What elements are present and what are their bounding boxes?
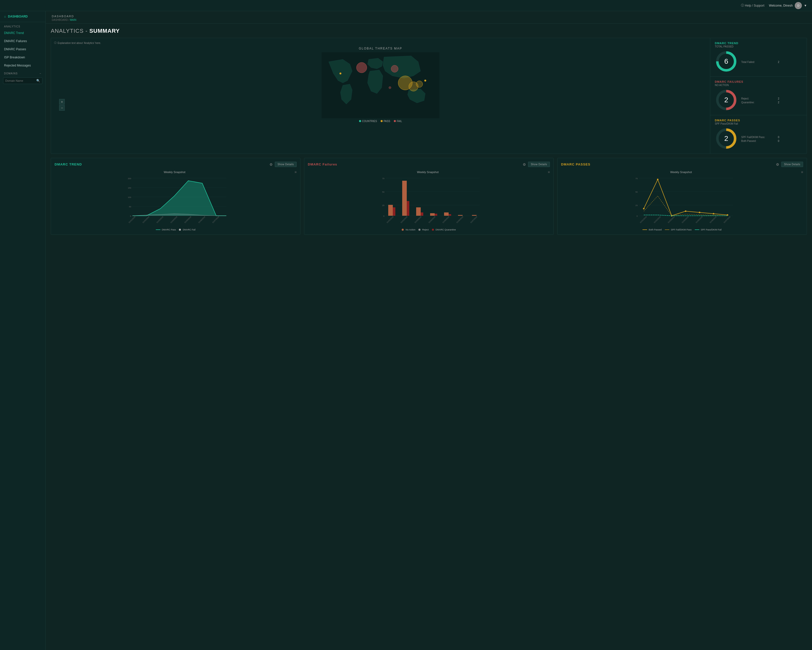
dmarc-trend-stat: DMARC TREND TOTAL PASSED 6 <box>710 38 807 76</box>
dmarc-trend-sublabel: TOTAL PASSED <box>715 45 802 48</box>
svg-rect-51 <box>421 213 423 216</box>
dmarc-failures-gear-icon[interactable]: ⚙ <box>523 162 526 167</box>
map-info: ⓘ Explanation text about 'Analytics' her… <box>54 41 707 45</box>
svg-text:150: 150 <box>128 187 131 189</box>
dmarc-passes-show-details-button[interactable]: Show Details <box>781 162 803 167</box>
svg-point-2 <box>391 65 398 72</box>
dmarc-failures-weekly-header: Weekly Snapshot ≡ <box>308 170 550 174</box>
dmarc-passes-stat: DMARC PASSES SPF Pass/DKIM Fail 2 <box>710 115 807 154</box>
svg-point-72 <box>685 210 686 212</box>
svg-rect-46 <box>444 213 449 216</box>
page-header: DASHBOARD DASHBOARD / MAIN <box>46 11 812 24</box>
analytics-summary-card: ⓘ Explanation text about 'Analytics' her… <box>51 38 807 154</box>
sidebar-item-isp-breakdown[interactable]: ISP Breakdown <box>0 53 46 61</box>
svg-point-1 <box>357 63 367 73</box>
home-icon: ⌂ <box>4 15 6 18</box>
svg-text:01/04/2019: 01/04/2019 <box>170 216 178 223</box>
svg-point-6 <box>339 73 341 74</box>
help-support-link[interactable]: ⓘ Help / Support <box>741 3 765 8</box>
svg-text:01/06/2019: 01/06/2019 <box>456 216 464 223</box>
svg-rect-50 <box>407 201 409 216</box>
dmarc-passes-chart-header: DMARC PASSES ⚙ Show Details <box>561 162 803 167</box>
chevron-down-icon: ▼ <box>804 4 807 8</box>
dmarc-failures-chart-legend: No Action Reject DMARC Quarantine <box>308 228 550 231</box>
svg-rect-47 <box>458 215 462 216</box>
dmarc-failures-menu-icon[interactable]: ≡ <box>548 170 550 174</box>
svg-text:01/02/2019: 01/02/2019 <box>142 216 150 223</box>
domain-search[interactable]: 🔍 <box>3 77 43 84</box>
dmarc-trend-chart-header: DMARC TREND ⚙ Show Details <box>55 162 297 167</box>
svg-text:01/02/2019: 01/02/2019 <box>653 216 661 223</box>
dmarc-passes-chart-title: DMARC PASSES <box>561 162 591 166</box>
svg-text:01/01/2019: 01/01/2019 <box>386 216 394 223</box>
dmarc-failures-label: DMARC FAILURES <box>715 80 802 83</box>
svg-point-74 <box>713 213 714 214</box>
domain-search-input[interactable] <box>5 79 36 82</box>
svg-point-7 <box>424 80 426 81</box>
dmarc-passes-chart-body: 75 50 25 0 <box>561 176 803 226</box>
dmarc-passes-weekly-header: Weekly Snapshot ≡ <box>561 170 803 174</box>
svg-text:200: 200 <box>128 177 131 180</box>
sidebar-item-dmarc-failures[interactable]: DMARC Failures <box>0 37 46 45</box>
dmarc-passes-sublabel: SPF Pass/DKIM Fail <box>715 122 802 125</box>
svg-text:01/03/2019: 01/03/2019 <box>667 216 675 223</box>
svg-text:01/04/2019: 01/04/2019 <box>428 216 436 223</box>
svg-text:01/07/2019: 01/07/2019 <box>212 216 220 223</box>
svg-text:75: 75 <box>382 177 385 180</box>
header-title: DASHBOARD <box>52 15 806 18</box>
map-zoom-controls: + − <box>59 99 65 111</box>
svg-point-73 <box>699 212 701 213</box>
svg-text:25: 25 <box>382 204 385 206</box>
dmarc-trend-chart-card: DMARC TREND ⚙ Show Details Weekly Snapsh… <box>51 158 301 235</box>
dmarc-trend-gear-icon[interactable]: ⚙ <box>270 162 273 167</box>
avatar: D <box>795 2 802 9</box>
svg-text:01/07/2019: 01/07/2019 <box>723 216 731 223</box>
help-icon: ⓘ <box>741 3 744 8</box>
svg-text:100: 100 <box>128 196 131 199</box>
map-container: + − <box>54 52 707 118</box>
zoom-out-button[interactable]: − <box>59 105 65 111</box>
user-menu[interactable]: Welcome, Dinesh D ▼ <box>769 2 807 9</box>
svg-text:01/03/2019: 01/03/2019 <box>414 216 422 223</box>
dmarc-trend-weekly-header: Weekly Snapshot ≡ <box>55 170 297 174</box>
dmarc-failures-chart-body: 75 50 25 0 <box>308 176 550 226</box>
svg-text:0: 0 <box>383 215 385 217</box>
dmarc-failures-value: 2 <box>724 96 728 104</box>
svg-text:01/03/2019: 01/03/2019 <box>156 216 164 223</box>
dmarc-failures-chart-card: DMARC Failures ⚙ Show Details Weekly Sna… <box>304 158 554 235</box>
dmarc-passes-donut: 2 <box>715 127 738 150</box>
dmarc-failures-details: Reject:2 Quarantine:2 <box>741 96 779 104</box>
breadcrumb: DASHBOARD / MAIN <box>52 18 806 21</box>
dmarc-passes-menu-icon[interactable]: ≡ <box>801 170 803 174</box>
sidebar-item-dmarc-passes[interactable]: DMARC Passes <box>0 45 46 53</box>
svg-text:50: 50 <box>382 191 385 193</box>
dmarc-failures-sublabel: NO ACTION <box>715 84 802 87</box>
dmarc-trend-menu-icon[interactable]: ≡ <box>295 170 297 174</box>
svg-text:01/02/2019: 01/02/2019 <box>400 216 408 223</box>
svg-rect-43 <box>402 181 407 216</box>
topbar: ⓘ Help / Support Welcome, Dinesh D ▼ <box>0 0 812 11</box>
dmarc-trend-show-details-button[interactable]: Show Details <box>275 162 297 167</box>
dmarc-failures-show-details-button[interactable]: Show Details <box>528 162 550 167</box>
svg-text:0: 0 <box>636 215 638 217</box>
dmarc-trend-donut: 6 <box>715 50 738 73</box>
sidebar: ⌂ DASHBOARD ANALYTICS DMARC Trend DMARC … <box>0 11 46 650</box>
svg-rect-52 <box>435 214 437 216</box>
sidebar-item-dmarc-trend[interactable]: DMARC Trend <box>0 29 46 37</box>
sidebar-item-rejected-messages[interactable]: Rejected Messages <box>0 61 46 70</box>
svg-text:0: 0 <box>130 215 131 217</box>
svg-rect-42 <box>388 205 393 216</box>
sidebar-analytics-section: ANALYTICS <box>0 22 46 29</box>
dmarc-failures-chart-title: DMARC Failures <box>308 162 337 166</box>
dmarc-passes-weekly-title: Weekly Snapshot <box>561 171 801 174</box>
zoom-in-button[interactable]: + <box>59 99 65 105</box>
svg-point-8 <box>389 87 391 89</box>
sidebar-dashboard-link[interactable]: ⌂ DASHBOARD <box>0 11 46 22</box>
map-legend: COUNTRIES PASS FAIL <box>54 120 707 122</box>
minus-icon[interactable]: − <box>40 72 41 75</box>
dmarc-passes-gear-icon[interactable]: ⚙ <box>776 162 779 167</box>
global-threats-map-section: ⓘ Explanation text about 'Analytics' her… <box>51 38 710 154</box>
dmarc-trend-value: 6 <box>724 57 728 66</box>
map-title: GLOBAL THREATS MAP <box>54 47 707 50</box>
dmarc-trend-weekly-title: Weekly Snapshot <box>55 171 295 174</box>
